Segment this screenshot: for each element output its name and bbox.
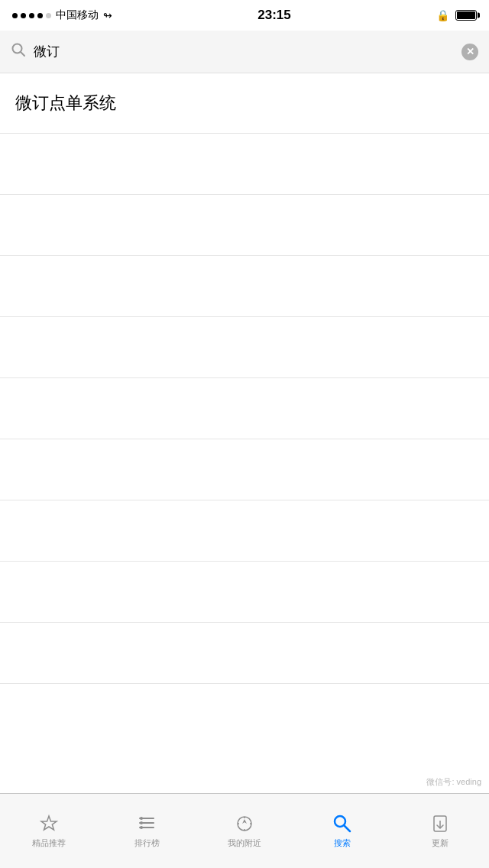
tab-featured-label: 精品推荐 <box>32 837 66 849</box>
dot1 <box>12 13 18 18</box>
svg-point-7 <box>140 826 143 829</box>
tab-nearby-label: 我的附近 <box>228 837 261 849</box>
tab-search-label: 搜索 <box>334 837 351 849</box>
result-item-5[interactable] <box>0 317 489 378</box>
result-item-9[interactable] <box>0 562 489 623</box>
dot3 <box>29 13 34 18</box>
ranking-icon <box>136 813 157 834</box>
svg-point-8 <box>238 817 251 831</box>
update-icon <box>429 813 451 834</box>
svg-line-15 <box>345 826 351 832</box>
svg-line-1 <box>21 52 24 56</box>
tab-bar: 精品推荐 排行榜 我的附近 搜索 <box>0 793 489 868</box>
clear-button[interactable]: ✕ <box>461 44 478 60</box>
search-tab-icon <box>332 813 353 834</box>
signal-dots <box>12 13 51 18</box>
tab-nearby[interactable]: 我的附近 <box>196 813 293 849</box>
dot2 <box>21 13 26 18</box>
svg-point-6 <box>140 821 143 824</box>
tab-search[interactable]: 搜索 <box>293 813 391 849</box>
battery-icon <box>455 10 477 21</box>
result-item-7[interactable] <box>0 439 489 500</box>
result-item-3[interactable] <box>0 195 489 256</box>
result-list: 微订点单系统 <box>0 73 489 684</box>
svg-marker-13 <box>242 819 247 824</box>
star-icon <box>38 813 60 834</box>
tab-update-label: 更新 <box>432 837 449 849</box>
svg-point-5 <box>140 817 143 820</box>
dot5 <box>46 13 51 18</box>
search-icon <box>11 42 26 61</box>
status-bar: 中国移动 ↬ 23:15 🔒 <box>0 0 489 31</box>
result-item-1[interactable]: 微订点单系统 <box>0 73 489 134</box>
result-item-2[interactable] <box>0 134 489 195</box>
result-item-10[interactable] <box>0 623 489 684</box>
location-icon <box>234 813 255 834</box>
watermark: 微信号: veding <box>426 776 481 788</box>
tab-update[interactable]: 更新 <box>391 813 489 849</box>
search-query[interactable]: 微订 <box>34 43 454 60</box>
status-right: 🔒 <box>436 9 477 21</box>
status-time: 23:15 <box>257 8 290 23</box>
dot4 <box>37 13 43 18</box>
status-left: 中国移动 ↬ <box>12 8 112 22</box>
tab-ranking-label: 排行榜 <box>134 837 160 849</box>
lock-icon: 🔒 <box>436 9 449 21</box>
result-item-6[interactable] <box>0 378 489 439</box>
carrier-label: 中国移动 <box>56 8 99 22</box>
battery-fill <box>457 11 475 19</box>
search-bar[interactable]: 微订 ✕ <box>0 31 489 73</box>
tab-ranking[interactable]: 排行榜 <box>98 813 196 849</box>
result-item-4[interactable] <box>0 256 489 317</box>
wifi-icon: ↬ <box>103 9 112 21</box>
tab-featured[interactable]: 精品推荐 <box>0 813 98 849</box>
result-item-8[interactable] <box>0 500 489 562</box>
